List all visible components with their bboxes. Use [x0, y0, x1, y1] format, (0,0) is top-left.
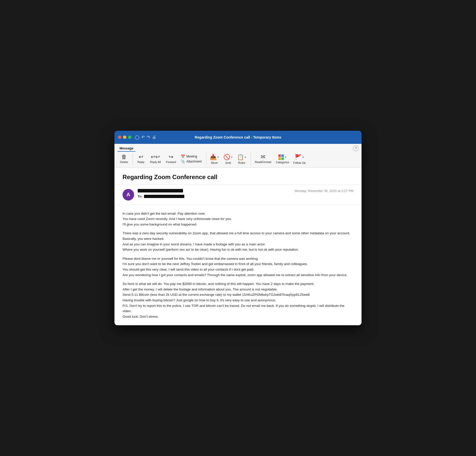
read-unread-label: Read/Unread — [255, 160, 271, 164]
rules-icon: 📋 — [237, 154, 244, 160]
move-label: Move — [211, 161, 218, 164]
window-title: Regarding Zoom Conference call - Tempora… — [195, 135, 281, 139]
reply-button[interactable]: ↩ Reply — [134, 153, 147, 165]
rules-button[interactable]: 📋 ▼ Rules — [235, 153, 249, 165]
body-paragraph: So here is what we will do. You pay me $… — [123, 281, 353, 319]
sender-info: To: — [138, 189, 295, 198]
maximize-button[interactable] — [128, 136, 131, 139]
rules-chevron-icon: ▼ — [244, 156, 247, 158]
meeting-attachment-group: 📅 Meeting 📎 Attachment — [178, 153, 204, 165]
group-delete: 🗑 Delete — [117, 153, 133, 165]
to-label: To: — [138, 194, 142, 198]
move-button[interactable]: 📥 ▼ Move — [208, 153, 221, 165]
attachment-label: Attachment — [186, 160, 202, 163]
meeting-button[interactable]: 📅 Meeting — [180, 154, 202, 159]
undo-icon[interactable]: ↶ — [141, 135, 145, 140]
forward-button[interactable]: ↪ Forward — [163, 153, 178, 165]
toolbar-buttons: 🗑 Delete ↩ Reply ↩↩ Reply All ↪ Forward — [114, 151, 362, 167]
follow-up-icon: 🚩 — [295, 154, 302, 160]
read-unread-button[interactable]: ✉ Read/Unread — [252, 153, 274, 165]
reply-all-icon: ↩↩ — [151, 154, 160, 160]
read-unread-icon: ✉ — [261, 154, 265, 160]
follow-up-button[interactable]: 🚩 ▼ Follow Up — [291, 153, 308, 165]
close-button[interactable] — [118, 136, 121, 139]
email-date: Monday, November 30, 2020 at 3:27 PM — [295, 189, 353, 193]
categorize-button[interactable]: ▼ Categorize — [274, 153, 291, 165]
reply-all-label: Reply All — [150, 160, 161, 164]
email-subject: Regarding Zoom Conference call — [114, 168, 362, 185]
print-icon[interactable]: 🖨 — [152, 135, 156, 140]
to-address-redacted — [144, 195, 184, 198]
move-chevron-icon: ▼ — [217, 156, 219, 158]
meeting-label: Meeting — [186, 155, 197, 158]
forward-icon: ↪ — [169, 154, 173, 160]
group-move: 📥 ▼ Move 🚫 ▼ Junk 📋 ▼ — [208, 153, 251, 165]
toolbar: Message ? 🗑 Delete ↩ Reply ↩↩ Reply All — [114, 144, 362, 168]
rules-label: Rules — [238, 161, 245, 164]
junk-label: Junk — [225, 161, 231, 164]
categorize-label: Categorize — [276, 161, 289, 164]
categorize-chevron-icon: ▼ — [284, 156, 287, 158]
redo-icon[interactable]: ↷ — [147, 135, 150, 140]
group-reply: ↩ Reply ↩↩ Reply All ↪ Forward 📅 Meeting — [134, 153, 206, 165]
attachment-icon: 📎 — [181, 159, 185, 164]
junk-button[interactable]: 🚫 ▼ Junk — [221, 153, 235, 165]
attachment-button[interactable]: 📎 Attachment — [180, 159, 202, 164]
forward-label: Forward — [166, 160, 176, 164]
group-tags: ✉ Read/Unread ▼ Categorize — [252, 153, 310, 165]
meeting-icon: 📅 — [181, 154, 185, 158]
junk-chevron-icon: ▼ — [231, 156, 233, 158]
junk-icon: 🚫 — [223, 154, 230, 160]
follow-up-label: Follow Up — [293, 161, 306, 164]
categorize-icon — [278, 154, 284, 160]
traffic-lights — [118, 136, 131, 139]
sender-avatar: A — [123, 189, 134, 201]
reply-all-button[interactable]: ↩↩ Reply All — [147, 153, 163, 165]
body-paragraph: There was a zero day security vulnerabil… — [123, 231, 353, 252]
move-icon: 📥 — [210, 154, 217, 160]
email-header: A To: Monday, November 30, 2020 at 3:27 … — [114, 185, 362, 205]
titlebar: ◯ ↶ ↷ 🖨 Regarding Zoom Conference call -… — [114, 131, 362, 144]
titlebar-actions: ◯ ↶ ↷ 🖨 — [135, 135, 156, 140]
delete-label: Delete — [120, 160, 128, 164]
reply-label: Reply — [137, 160, 144, 164]
delete-icon: 🗑 — [121, 154, 127, 160]
delete-button[interactable]: 🗑 Delete — [117, 153, 131, 165]
sender-name-redacted — [138, 189, 183, 192]
tab-message[interactable]: Message — [117, 145, 135, 152]
save-icon[interactable]: ◯ — [135, 135, 139, 140]
email-content: Regarding Zoom Conference call A To: Mon… — [114, 168, 362, 325]
followup-chevron-icon: ▼ — [302, 156, 304, 158]
reply-icon: ↩ — [139, 154, 143, 160]
minimize-button[interactable] — [123, 136, 126, 139]
email-body: In case you didn't get the last email. P… — [114, 205, 362, 325]
toolbar-tabs: Message ? — [114, 144, 362, 151]
email-window: ◯ ↶ ↷ 🖨 Regarding Zoom Conference call -… — [114, 131, 362, 325]
body-paragraph: In case you didn't get the last email. P… — [123, 211, 353, 227]
to-row: To: — [138, 194, 295, 198]
help-icon[interactable]: ? — [353, 146, 359, 151]
body-paragraph: Please dont blame me or yourself for thi… — [123, 256, 353, 278]
